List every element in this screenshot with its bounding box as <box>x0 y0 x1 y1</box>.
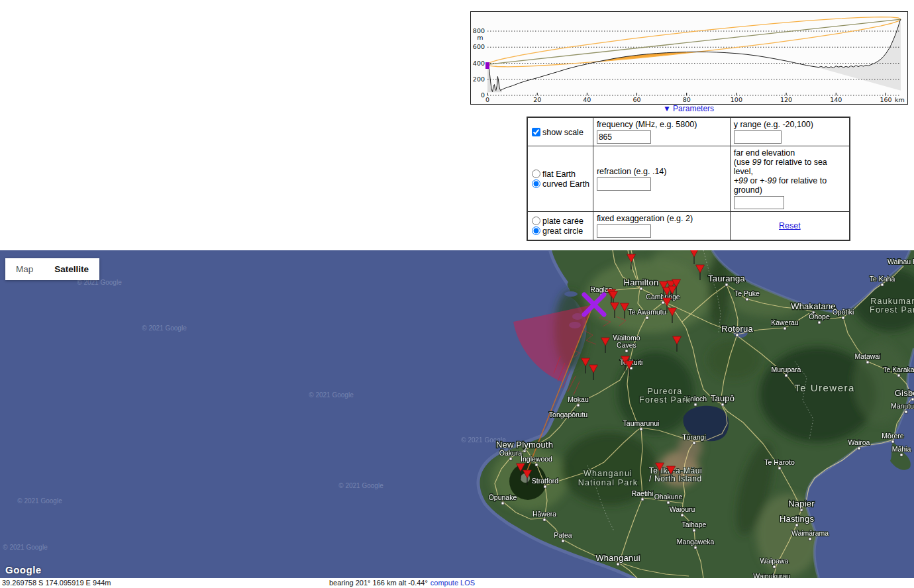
compute-los-link[interactable]: compute LOS <box>431 579 475 587</box>
svg-text:New Plymouth: New Plymouth <box>496 440 553 450</box>
svg-text:Kawerau: Kawerau <box>771 318 799 326</box>
map-type-map-button[interactable]: Map <box>5 258 44 280</box>
map-label: Forest Park <box>870 305 914 315</box>
plate-caree-option[interactable]: plate carée <box>531 216 589 226</box>
svg-text:Taupō: Taupō <box>711 393 735 403</box>
svg-text:Mangaweka: Mangaweka <box>677 538 715 546</box>
svg-text:Te Puke: Te Puke <box>735 289 760 297</box>
svg-text:Te Karaka: Te Karaka <box>883 366 914 373</box>
refraction-input[interactable] <box>597 177 651 191</box>
fixed-exaggeration-label: fixed exaggeration (e.g. 2) <box>597 214 693 223</box>
map-label: Forest Park <box>639 395 691 405</box>
curved-earth-option[interactable]: curved Earth <box>531 179 589 189</box>
svg-text:Ōpunake: Ōpunake <box>489 493 517 501</box>
svg-text:Mōrere: Mōrere <box>882 432 903 440</box>
svg-text:Manutuke: Manutuke <box>891 402 914 410</box>
svg-text:140: 140 <box>830 96 842 103</box>
svg-text:Caves: Caves <box>617 341 636 349</box>
parameters-toggle-link[interactable]: ▼ Parameters <box>527 104 850 113</box>
svg-text:Hāwera: Hāwera <box>533 510 556 518</box>
svg-text:20: 20 <box>533 96 541 103</box>
map-watermark: © 2021 Google <box>3 544 48 551</box>
far-end-elevation-input[interactable] <box>734 196 784 209</box>
frequency-label: frequency (MHz, e.g. 5800) <box>597 120 727 129</box>
svg-text:Tūrangi: Tūrangi <box>682 433 706 441</box>
svg-text:Taihape: Taihape <box>682 520 707 528</box>
cursor-coordinates: 39.269758 S 174.095919 E 944m <box>2 578 111 588</box>
map-type-control: Map Satellite <box>5 258 99 280</box>
curved-earth-radio[interactable] <box>532 179 540 188</box>
refraction-label: refraction (e.g. .14) <box>597 167 727 176</box>
svg-text:Raukumara: Raukumara <box>870 297 914 306</box>
svg-text:Ōakura: Ōakura <box>499 449 523 457</box>
svg-text:Te Haroto: Te Haroto <box>764 458 795 466</box>
map-label: / North Island <box>649 474 702 483</box>
chart-start-marker <box>485 62 489 69</box>
great-circle-radio[interactable] <box>532 226 540 235</box>
y-range-input[interactable] <box>734 130 782 144</box>
svg-text:Te Urewera: Te Urewera <box>794 382 855 393</box>
svg-text:Pureora: Pureora <box>648 387 683 396</box>
map-label: Raukumara <box>870 297 914 306</box>
svg-text:40: 40 <box>583 96 591 103</box>
frequency-input[interactable] <box>597 130 651 144</box>
great-circle-option[interactable]: great circle <box>531 226 589 236</box>
map-watermark: © 2021 Google <box>142 324 187 332</box>
svg-text:/ North Island: / North Island <box>649 474 702 483</box>
svg-text:National Park: National Park <box>578 478 638 487</box>
map-label: National Park <box>578 478 638 487</box>
svg-text:Stratford: Stratford <box>532 477 558 485</box>
svg-text:m: m <box>477 34 483 41</box>
svg-text:Waimārama: Waimārama <box>791 529 829 537</box>
flat-earth-option[interactable]: flat Earth <box>531 169 589 179</box>
page: 0200400600800m020406080100120140160km ▼ … <box>0 0 914 588</box>
plate-caree-radio[interactable] <box>532 217 540 225</box>
status-bar: 39.269758 S 174.095919 E 944m bearing 20… <box>0 578 914 588</box>
svg-text:Taumarunui: Taumarunui <box>623 419 660 427</box>
parameters-table: show scale frequency (MHz, e.g. 5800) y … <box>527 117 850 241</box>
elevation-profile-chart: 0200400600800m020406080100120140160km <box>471 12 907 104</box>
fixed-exaggeration-input[interactable] <box>597 224 651 238</box>
svg-text:Murupara: Murupara <box>772 366 801 373</box>
svg-text:Ohakune: Ohakune <box>654 493 683 501</box>
svg-text:Ōpōtiki: Ōpōtiki <box>833 308 854 316</box>
svg-text:Napier: Napier <box>788 499 815 509</box>
svg-text:Hamilton: Hamilton <box>624 277 659 287</box>
svg-text:0: 0 <box>481 91 485 99</box>
svg-text:Matawai: Matawai <box>854 352 880 360</box>
svg-text:Tongapōrutu: Tongapōrutu <box>549 411 588 418</box>
svg-text:Ōhope: Ōhope <box>809 313 830 320</box>
svg-text:200: 200 <box>473 75 485 83</box>
svg-text:80: 80 <box>683 96 691 103</box>
map-label: Waipukurau <box>753 572 790 578</box>
map-watermark: © 2021 Google <box>338 482 383 489</box>
svg-text:600: 600 <box>473 43 485 50</box>
svg-text:Forest Park: Forest Park <box>639 395 691 405</box>
show-scale-checkbox[interactable] <box>532 128 540 136</box>
svg-text:Waipawa: Waipawa <box>760 557 789 565</box>
svg-text:Cambridge: Cambridge <box>646 293 680 301</box>
elevation-profile-panel: 0200400600800m020406080100120140160km <box>470 11 908 105</box>
svg-text:km: km <box>895 96 905 103</box>
show-scale-option[interactable]: show scale <box>531 127 589 137</box>
map-watermark: © 2021 Google <box>309 391 354 399</box>
far-end-elevation-label: far end elevation <box>734 148 846 158</box>
map-canvas[interactable]: © 2021 Google© 2021 Google© 2021 Google©… <box>0 250 914 578</box>
map-label: Waihau Bay <box>888 258 914 266</box>
map-watermark: © 2021 Google <box>17 497 62 505</box>
map-label: Whanganui <box>584 469 633 478</box>
svg-text:Māhia: Māhia <box>892 445 911 453</box>
svg-text:Te Awamutu: Te Awamutu <box>628 308 666 316</box>
bearing-readout: bearing 201° 166 km alt -0.44° <box>329 579 428 587</box>
svg-text:Patea: Patea <box>554 531 572 539</box>
svg-text:Hastings: Hastings <box>780 514 814 524</box>
svg-text:0: 0 <box>485 96 489 103</box>
reset-link[interactable]: Reset <box>779 221 801 230</box>
chart-series-line-of-sight <box>487 19 901 64</box>
svg-text:Gisborne: Gisborne <box>895 388 914 398</box>
map-type-satellite-button[interactable]: Satellite <box>44 258 99 280</box>
satellite-map[interactable]: © 2021 Google© 2021 Google© 2021 Google©… <box>0 250 914 578</box>
flat-earth-radio[interactable] <box>532 170 540 178</box>
map-label: Tongapōrutu <box>549 411 588 418</box>
svg-text:120: 120 <box>780 96 792 103</box>
